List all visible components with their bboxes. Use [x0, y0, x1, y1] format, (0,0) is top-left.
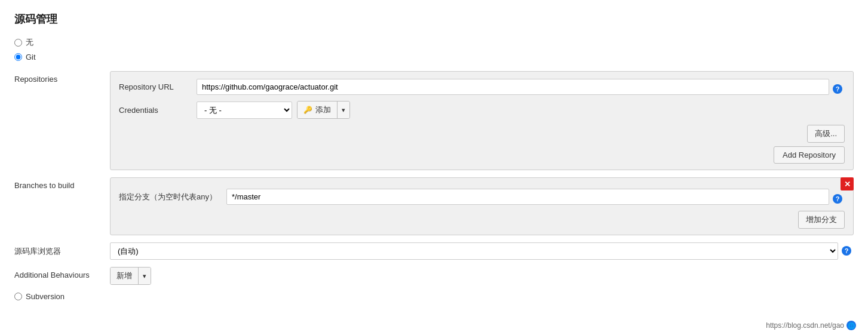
- branch-field-label: 指定分支（为空时代表any）: [119, 192, 226, 202]
- subversion-row: Subversion: [14, 292, 854, 301]
- radio-none[interactable]: 无: [14, 37, 854, 48]
- additional-section: Additional Behaviours 新增 ▾: [14, 267, 854, 285]
- add-credentials-label: 添加: [315, 105, 331, 115]
- add-credentials-btn-group: 🔑 添加 ▾: [297, 101, 350, 119]
- repositories-label: Repositories: [14, 71, 110, 84]
- repo-url-control: [197, 79, 829, 95]
- radio-subversion-input[interactable]: [14, 293, 22, 300]
- add-repository-btn[interactable]: Add Repository: [774, 146, 845, 164]
- branches-section: Branches to build ✕ 指定分支（为空时代表any） ? 增加分…: [14, 177, 854, 235]
- subversion-label: Subversion: [26, 292, 65, 301]
- delete-branch-btn[interactable]: ✕: [841, 177, 854, 190]
- credentials-control: - 无 - 🔑 添加 ▾: [197, 101, 845, 119]
- add-credentials-dropdown[interactable]: ▾: [337, 102, 349, 118]
- repositories-content: Repository URL ? Credentials - 无 - 🔑 添加: [110, 71, 854, 170]
- credentials-label: Credentials: [119, 106, 197, 115]
- scm-radio-group: 无 Git: [14, 37, 854, 62]
- key-icon: 🔑: [303, 106, 312, 114]
- source-browser-help-icon[interactable]: ?: [842, 246, 851, 256]
- credentials-row: Credentials - 无 - 🔑 添加 ▾: [119, 101, 845, 119]
- add-behaviour-btn-group: 新增 ▾: [110, 267, 151, 285]
- branch-row: 指定分支（为空时代表any） ?: [119, 189, 845, 205]
- radio-git[interactable]: Git: [14, 53, 854, 62]
- repo-url-help-icon[interactable]: ?: [833, 84, 842, 94]
- branch-help-icon[interactable]: ?: [833, 194, 842, 204]
- page-title: 源码管理: [14, 12, 854, 26]
- repo-url-row: Repository URL ?: [119, 79, 845, 95]
- branches-label: Branches to build: [14, 177, 110, 190]
- advanced-row: 高级...: [119, 125, 845, 143]
- branches-content: ✕ 指定分支（为空时代表any） ? 增加分支: [110, 177, 854, 235]
- add-branch-row: 增加分支: [119, 211, 845, 229]
- add-credentials-btn[interactable]: 🔑 添加: [297, 102, 337, 118]
- source-browser-help[interactable]: ?: [842, 242, 854, 256]
- repositories-section: Repositories Repository URL ? Credential…: [14, 71, 854, 170]
- source-browser-section: 源码库浏览器 (自动) ?: [14, 242, 854, 260]
- radio-none-label: 无: [26, 37, 33, 48]
- additional-control: 新增 ▾: [110, 267, 151, 285]
- source-browser-control: (自动): [110, 242, 838, 260]
- radio-git-label: Git: [26, 53, 36, 62]
- credentials-select[interactable]: - 无 -: [197, 102, 292, 119]
- branch-help[interactable]: ?: [833, 190, 845, 204]
- repo-url-help[interactable]: ?: [833, 81, 845, 94]
- add-repo-row: Add Repository: [119, 146, 845, 164]
- repo-url-input[interactable]: [197, 79, 829, 95]
- source-browser-select[interactable]: (自动): [110, 242, 838, 260]
- additional-label: Additional Behaviours: [14, 267, 110, 279]
- radio-none-input[interactable]: [14, 39, 22, 47]
- repo-url-label: Repository URL: [119, 82, 197, 91]
- add-behaviour-dropdown[interactable]: ▾: [138, 268, 151, 284]
- add-branch-btn[interactable]: 增加分支: [798, 211, 845, 229]
- add-behaviour-btn[interactable]: 新增: [111, 268, 138, 284]
- add-behaviour-label: 新增: [116, 271, 132, 281]
- branch-input[interactable]: [226, 189, 829, 205]
- advanced-btn[interactable]: 高级...: [807, 125, 845, 143]
- source-browser-label: 源码库浏览器: [14, 242, 110, 257]
- radio-git-input[interactable]: [14, 53, 22, 61]
